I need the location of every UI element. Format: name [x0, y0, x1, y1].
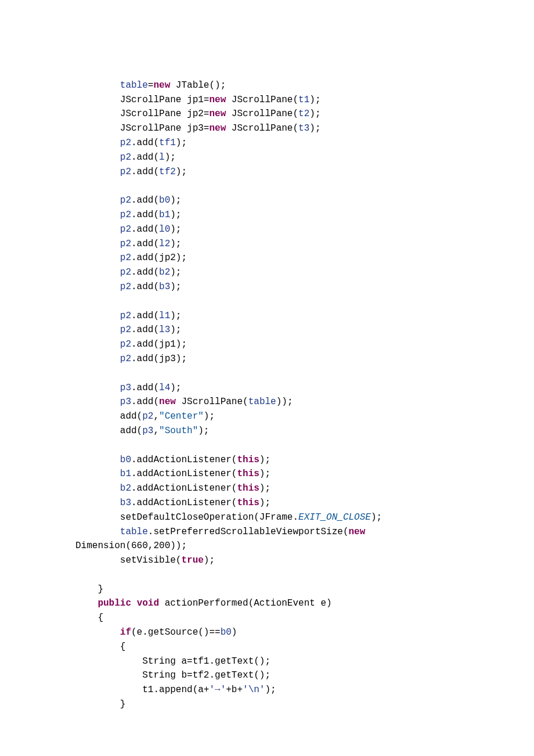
code-line: p2.add(b3); [75, 282, 181, 292]
code-line: p2.add(tf2); [75, 167, 187, 177]
code-line: JScrollPane jp1=new JScrollPane(t1); [75, 95, 320, 105]
code-line: p2.add(b2); [75, 267, 181, 278]
code-line: p2.add(jp1); [75, 339, 187, 350]
code-line: p3.add(l4); [75, 383, 181, 393]
code-line [75, 570, 120, 580]
code-line: b0.addActionListener(this); [75, 455, 270, 465]
code-line: t1.append(a+'→'+b+'\n'); [75, 685, 276, 695]
code-line [75, 368, 120, 379]
code-line: setDefaultCloseOperation(JFrame.EXIT_ON_… [75, 512, 382, 523]
code-line: p2.add(l1); [75, 311, 181, 321]
code-line: Dimension(660,200)); [75, 541, 187, 551]
code-line: public void actionPerformed(ActionEvent … [75, 598, 332, 609]
code-line: b2.addActionListener(this); [75, 483, 270, 494]
code-line: { [75, 613, 103, 623]
code-line: p2.add(tf1); [75, 138, 187, 148]
code-line: String a=tf1.getText(); [75, 656, 270, 667]
code-line: p2.add(l2); [75, 239, 181, 249]
code-line: b1.addActionListener(this); [75, 469, 270, 479]
code-line: table=new JTable(); [75, 80, 226, 91]
code-page: table=new JTable(); JScrollPane jp1=new … [0, 0, 534, 747]
code-line: String b=tf2.getText(); [75, 670, 270, 681]
code-line: p2.add(b1); [75, 210, 181, 220]
code-line: { [75, 642, 125, 652]
code-line: p2.add(l); [75, 152, 176, 163]
code-line: setVisible(true); [75, 555, 215, 566]
code-line: table.setPreferredScrollableViewportSize… [75, 527, 371, 537]
code-line: p2.add(jp2); [75, 253, 187, 263]
code-line [75, 181, 120, 191]
code-line: p2.add(l3); [75, 325, 181, 335]
code-line: JScrollPane jp3=new JScrollPane(t3); [75, 123, 320, 134]
code-line: if(e.getSource()==b0) [75, 627, 237, 638]
code-line [75, 440, 120, 451]
code-line: } [75, 584, 103, 595]
code-line: add(p2,"Center"); [75, 411, 215, 422]
code-line: p2.add(l0); [75, 224, 181, 235]
code-line: b3.addActionListener(this); [75, 498, 270, 508]
code-line: JScrollPane jp2=new JScrollPane(t2); [75, 109, 320, 119]
code-line: p2.add(b0); [75, 195, 181, 206]
code-line: add(p3,"South"); [75, 426, 209, 436]
code-line: } [75, 699, 125, 710]
code-line: p3.add(new JScrollPane(table)); [75, 397, 293, 407]
code-line [75, 296, 120, 307]
code-line: p2.add(jp3); [75, 354, 187, 364]
